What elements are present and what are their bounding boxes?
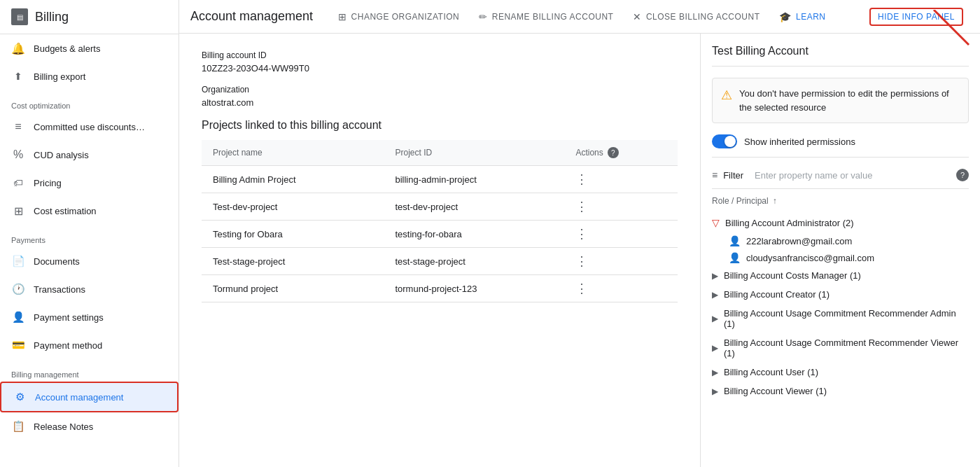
member-item: 👤 222larabrown@gmail.com bbox=[712, 232, 969, 249]
role-expand-toggle[interactable]: ▶ Billing Account Costs Manager (1) bbox=[712, 266, 969, 285]
sidebar-item-budgets-alerts[interactable]: 🔔 Budgets & alerts bbox=[0, 34, 178, 62]
learn-icon: 🎓 bbox=[779, 11, 792, 22]
billing-account-id-section: Billing account ID 10ZZ23-203O44-WW99T0 bbox=[202, 50, 678, 74]
info-panel-title: Test Billing Account bbox=[712, 45, 969, 67]
sidebar-item-label: Transactions bbox=[34, 284, 85, 295]
rename-billing-account-button[interactable]: ✏ RENAME BILLING ACCOUNT bbox=[470, 7, 622, 27]
section-cost-optimization: Cost optimization bbox=[0, 90, 178, 113]
close-account-icon: ✕ bbox=[633, 11, 642, 22]
actions-help-icon[interactable]: ? bbox=[608, 147, 619, 158]
project-name-cell: Test-dev-project bbox=[202, 193, 384, 221]
role-expand-toggle[interactable]: ▶ Billing Account Viewer (1) bbox=[712, 382, 969, 400]
project-id-cell: test-dev-project bbox=[384, 193, 564, 221]
role-item: ▶ Billing Account User (1) bbox=[712, 363, 969, 382]
member-icon: 👤 bbox=[729, 252, 741, 263]
sidebar-item-documents[interactable]: 📄 Documents bbox=[0, 247, 178, 275]
topbar-actions: ⊞ CHANGE ORGANIZATION ✏ RENAME BILLING A… bbox=[330, 7, 963, 27]
role-label: Billing Account Creator (1) bbox=[724, 289, 830, 300]
sort-icon[interactable]: ↑ bbox=[773, 196, 777, 206]
warning-text: You don't have permission to edit the pe… bbox=[739, 87, 960, 114]
project-name-cell: Test-stage-project bbox=[202, 248, 384, 275]
role-collapsed-icon: ▶ bbox=[712, 314, 718, 323]
kebab-menu[interactable]: ⋮ bbox=[575, 172, 588, 186]
topbar: Account management ⊞ CHANGE ORGANIZATION… bbox=[179, 0, 980, 34]
organization-label: Organization bbox=[202, 85, 678, 95]
close-billing-account-button[interactable]: ✕ CLOSE BILLING ACCOUNT bbox=[624, 7, 768, 27]
project-actions-cell: ⋮ bbox=[564, 166, 678, 193]
toggle-knob bbox=[724, 136, 736, 147]
role-collapsed-icon: ▶ bbox=[712, 343, 718, 353]
sidebar-item-release-notes[interactable]: 📋 Release Notes bbox=[0, 412, 178, 440]
project-name-cell: Testing for Obara bbox=[202, 221, 384, 248]
sidebar-item-committed-use[interactable]: ≡ Committed use discounts… bbox=[0, 113, 178, 141]
role-expand-toggle[interactable]: ▶ Billing Account Usage Commitment Recom… bbox=[712, 333, 969, 363]
learn-button[interactable]: 🎓 LEARN bbox=[771, 7, 834, 27]
filter-row: ≡ Filter ? bbox=[712, 169, 969, 189]
col-project-id: Project ID bbox=[384, 140, 564, 166]
rename-label: RENAME BILLING ACCOUNT bbox=[492, 12, 614, 22]
sidebar-item-cud-analysis[interactable]: % CUD analysis bbox=[0, 141, 178, 169]
rename-icon: ✏ bbox=[479, 11, 488, 22]
role-collapsed-icon: ▶ bbox=[712, 386, 718, 396]
sidebar-item-pricing[interactable]: 🏷 Pricing bbox=[0, 169, 178, 197]
hide-info-panel-button[interactable]: HIDE INFO PANEL bbox=[869, 8, 963, 26]
project-name-cell: Billing Admin Project bbox=[202, 166, 384, 193]
sidebar-item-label: Pricing bbox=[34, 178, 62, 188]
sidebar-item-label: Release Notes bbox=[34, 421, 93, 432]
sidebar-item-label: Documents bbox=[34, 256, 80, 267]
project-id-cell: testing-for-obara bbox=[384, 221, 564, 248]
role-item: ▽ Billing Account Administrator (2) 👤 22… bbox=[712, 213, 969, 266]
sidebar-item-account-management[interactable]: ⚙ Account management bbox=[0, 382, 178, 412]
billing-account-id-label: Billing account ID bbox=[202, 50, 678, 60]
kebab-menu[interactable]: ⋮ bbox=[575, 227, 588, 241]
sidebar-item-label: Payment settings bbox=[34, 312, 104, 323]
projects-table: Project name Project ID Actions ? bbox=[202, 140, 678, 302]
sidebar-item-payment-method[interactable]: 💳 Payment method bbox=[0, 331, 178, 359]
projects-section-title: Projects linked to this billing account bbox=[202, 119, 678, 132]
sidebar-item-billing-export[interactable]: ⬆ Billing export bbox=[0, 62, 178, 90]
project-actions-cell: ⋮ bbox=[564, 248, 678, 275]
projects-tbody: Billing Admin Project billing-admin-proj… bbox=[202, 166, 678, 302]
member-email: cloudysanfrancisco@gmail.com bbox=[746, 253, 874, 263]
change-organization-button[interactable]: ⊞ CHANGE ORGANIZATION bbox=[330, 7, 468, 27]
role-expand-toggle[interactable]: ▽ Billing Account Administrator (2) bbox=[712, 213, 969, 232]
role-item: ▶ Billing Account Creator (1) bbox=[712, 285, 969, 304]
billing-account-id-value: 10ZZ23-203O44-WW99T0 bbox=[202, 63, 678, 74]
project-id-cell: billing-admin-project bbox=[384, 166, 564, 193]
sidebar-item-label: Payment method bbox=[34, 340, 102, 351]
sidebar-item-payment-settings[interactable]: 👤 Payment settings bbox=[0, 303, 178, 331]
show-inherited-toggle[interactable] bbox=[712, 134, 737, 148]
sidebar-header: ▤ Billing bbox=[0, 0, 178, 34]
sidebar-item-label: Billing export bbox=[34, 71, 85, 82]
kebab-menu[interactable]: ⋮ bbox=[575, 281, 588, 295]
payment-settings-icon: 👤 bbox=[11, 310, 25, 324]
role-expand-toggle[interactable]: ▶ Billing Account Creator (1) bbox=[712, 285, 969, 304]
organization-section: Organization altostrat.com bbox=[202, 85, 678, 108]
role-item: ▶ Billing Account Viewer (1) bbox=[712, 382, 969, 400]
sidebar-item-cost-estimation[interactable]: ⊞ Cost estimation bbox=[0, 197, 178, 225]
sidebar-item-transactions[interactable]: 🕐 Transactions bbox=[0, 275, 178, 303]
role-label: Billing Account Usage Commitment Recomme… bbox=[724, 308, 969, 329]
roles-list: ▽ Billing Account Administrator (2) 👤 22… bbox=[712, 213, 969, 400]
kebab-menu[interactable]: ⋮ bbox=[575, 254, 588, 268]
member-item: 👤 cloudysanfrancisco@gmail.com bbox=[712, 249, 969, 266]
role-expand-toggle[interactable]: ▶ Billing Account User (1) bbox=[712, 363, 969, 382]
role-collapsed-icon: ▶ bbox=[712, 368, 718, 377]
section-payments: Payments bbox=[0, 225, 178, 247]
kebab-menu[interactable]: ⋮ bbox=[575, 200, 588, 214]
role-expand-toggle[interactable]: ▶ Billing Account Usage Commitment Recom… bbox=[712, 304, 969, 333]
release-notes-icon: 📋 bbox=[11, 419, 25, 433]
warning-icon: ⚠ bbox=[721, 88, 732, 103]
payment-method-icon: 💳 bbox=[11, 338, 25, 352]
member-icon: 👤 bbox=[729, 235, 741, 246]
role-label: Billing Account Costs Manager (1) bbox=[724, 270, 861, 281]
role-principal-header: Role / Principal ↑ bbox=[712, 196, 969, 206]
toggle-label: Show inherited permissions bbox=[744, 137, 855, 147]
project-name-cell: Tormund project bbox=[202, 275, 384, 302]
filter-help-icon[interactable]: ? bbox=[956, 169, 969, 181]
col-project-name: Project name bbox=[202, 140, 384, 166]
sidebar-item-label: Account management bbox=[35, 392, 123, 403]
change-org-icon: ⊞ bbox=[338, 11, 347, 22]
filter-input[interactable] bbox=[755, 170, 951, 181]
app-title: Billing bbox=[35, 10, 69, 25]
